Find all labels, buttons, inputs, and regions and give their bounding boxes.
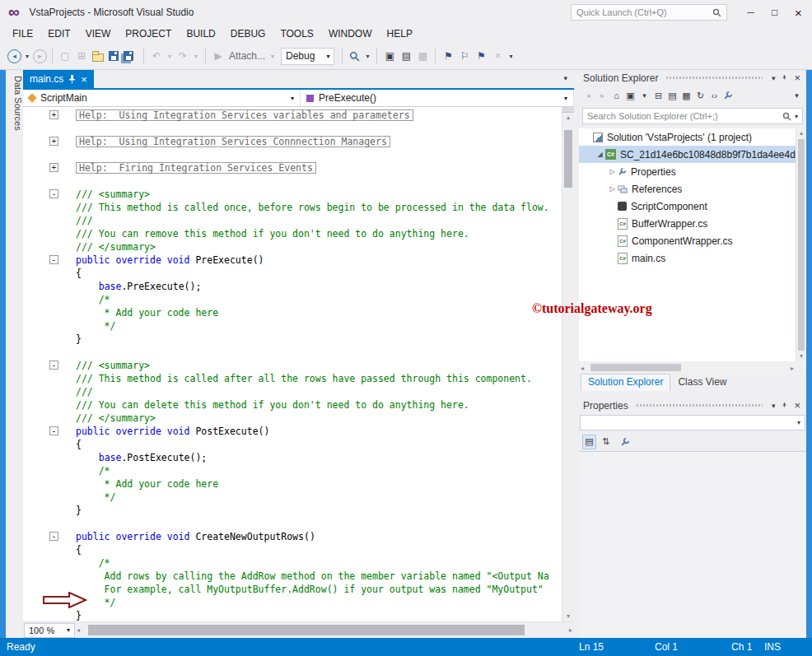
tree-horizontal-scrollbar[interactable]: ◂ ▸ bbox=[579, 361, 806, 374]
drag-grip[interactable] bbox=[665, 76, 762, 80]
chevron-collapsed-icon[interactable]: ▷ bbox=[607, 168, 618, 175]
vertical-scroll-thumb[interactable] bbox=[564, 130, 572, 188]
scroll-down-icon[interactable]: ▾ bbox=[796, 351, 806, 361]
tab-class-view[interactable]: Class View bbox=[671, 375, 733, 391]
find-chevron-icon[interactable]: ▾ bbox=[364, 48, 371, 64]
navigate-history-chevron-icon[interactable]: ▾ bbox=[24, 48, 30, 64]
clear-bookmarks-icon[interactable]: × bbox=[491, 48, 504, 64]
menu-tools[interactable]: TOOLS bbox=[273, 25, 320, 43]
attach-button[interactable]: Attach... bbox=[229, 50, 265, 62]
float-window-icon[interactable]: ▦ bbox=[416, 48, 429, 64]
search-options-chevron-icon[interactable]: ▾ bbox=[795, 113, 798, 120]
navigate-forward-button[interactable]: ▸ bbox=[33, 49, 47, 63]
menu-project[interactable]: PROJECT bbox=[118, 25, 179, 43]
toolbar-overflow-chevron-icon[interactable]: ▾ bbox=[507, 48, 514, 64]
collapse-region-icon[interactable]: - bbox=[49, 255, 58, 264]
close-button[interactable]: × bbox=[786, 2, 810, 22]
add-item-icon[interactable]: ⊞ bbox=[75, 48, 88, 64]
toggle-bookmark-icon[interactable]: ⚑ bbox=[441, 48, 455, 64]
se-views-chevron-icon[interactable]: ▾ bbox=[637, 88, 651, 103]
previous-bookmark-icon[interactable]: ⚐ bbox=[458, 48, 471, 64]
scroll-left-icon[interactable]: ◂ bbox=[581, 364, 584, 374]
tree-scroll-thumb[interactable] bbox=[798, 139, 805, 351]
menu-help[interactable]: HELP bbox=[380, 25, 420, 43]
type-dropdown[interactable]: ScriptMain ▾ bbox=[23, 90, 301, 106]
tab-main-cs[interactable]: main.cs × bbox=[23, 70, 94, 88]
properties-object-selector[interactable]: ▾ bbox=[580, 415, 805, 430]
scroll-up-icon[interactable]: ▴ bbox=[562, 113, 574, 123]
new-window-icon[interactable]: ▣ bbox=[383, 48, 396, 64]
collapse-region-icon[interactable]: - bbox=[49, 426, 58, 435]
collapse-region-icon[interactable]: - bbox=[49, 532, 58, 541]
properties-header[interactable]: Properties ▾ × bbox=[579, 398, 806, 413]
window-position-chevron-icon[interactable]: ▾ bbox=[770, 402, 777, 410]
menu-build[interactable]: BUILD bbox=[179, 25, 222, 43]
undo-icon[interactable]: ↶ bbox=[150, 48, 163, 64]
pin-icon[interactable] bbox=[68, 75, 76, 84]
se-forward-icon[interactable]: ▸ bbox=[595, 88, 609, 103]
minimize-button[interactable]: ─ bbox=[739, 2, 763, 22]
tree-item-main-cs[interactable]: C#main.cs bbox=[579, 249, 806, 267]
redo-chevron-icon[interactable]: ▾ bbox=[193, 48, 199, 64]
tree-item-references[interactable]: ▷References bbox=[579, 180, 806, 198]
tree-item-scriptcomponent[interactable]: ScriptComponent bbox=[579, 198, 806, 215]
se-refresh-icon[interactable]: ↻ bbox=[693, 88, 707, 103]
zoom-selector[interactable]: 100 % ▾ bbox=[24, 623, 75, 638]
menu-debug[interactable]: DEBUG bbox=[223, 25, 273, 43]
quick-launch-input[interactable]: Quick Launch (Ctrl+Q) bbox=[571, 4, 727, 21]
tool-tab-data-sources[interactable]: Data Sources bbox=[6, 72, 23, 155]
splitter-grip[interactable] bbox=[562, 107, 574, 113]
scroll-right-icon[interactable]: ▸ bbox=[791, 364, 794, 374]
se-show-all-files-icon[interactable]: ▦ bbox=[679, 88, 693, 103]
tree-item-componentwrapper-cs[interactable]: C#ComponentWrapper.cs bbox=[579, 232, 806, 249]
debug-configuration-selector[interactable]: Debug ▾ bbox=[281, 48, 334, 65]
tree-hscroll-thumb[interactable] bbox=[590, 364, 681, 371]
tree-item-properties[interactable]: ▷Properties bbox=[579, 163, 806, 180]
chevron-collapsed-icon[interactable]: ▷ bbox=[607, 185, 618, 193]
scroll-right-icon[interactable]: ▸ bbox=[569, 626, 572, 635]
editor-vertical-scrollbar[interactable]: ▴ ▾ bbox=[562, 107, 574, 621]
close-panel-icon[interactable]: × bbox=[792, 72, 802, 84]
navigate-back-button[interactable]: ◂ bbox=[7, 49, 21, 63]
member-dropdown[interactable]: PreExecute() ▾ bbox=[301, 90, 574, 106]
pin-icon[interactable] bbox=[781, 401, 788, 410]
editor-horizontal-scrollbar[interactable]: ◂ ▸ bbox=[75, 622, 574, 638]
pin-icon[interactable] bbox=[781, 73, 788, 82]
horizontal-scroll-thumb[interactable] bbox=[88, 625, 525, 635]
close-panel-icon[interactable]: × bbox=[792, 399, 802, 412]
collapse-region-icon[interactable]: - bbox=[49, 189, 58, 198]
redo-icon[interactable]: ↷ bbox=[176, 48, 189, 64]
menu-file[interactable]: FILE bbox=[5, 25, 40, 43]
expand-region-icon[interactable]: + bbox=[49, 110, 58, 119]
se-back-icon[interactable]: ◂ bbox=[581, 88, 595, 103]
attach-chevron-icon[interactable]: ▾ bbox=[269, 48, 276, 64]
se-home-icon[interactable]: ⌂ bbox=[609, 88, 623, 103]
props-wrench-icon[interactable] bbox=[620, 437, 630, 447]
se-properties-page-icon[interactable]: ▤ bbox=[665, 88, 679, 103]
se-switch-views-icon[interactable]: ▣ bbox=[623, 88, 637, 103]
se-view-code-icon[interactable]: ‹› bbox=[707, 88, 721, 103]
split-window-icon[interactable]: ▤ bbox=[399, 48, 413, 64]
se-collapse-all-icon[interactable]: ⊟ bbox=[651, 88, 665, 103]
scroll-down-icon[interactable]: ▾ bbox=[562, 612, 574, 621]
tree-item-solution-vstaprojects-1-project-[interactable]: Solution 'VstaProjects' (1 project) bbox=[579, 128, 806, 146]
se-wrench-icon[interactable] bbox=[723, 91, 733, 100]
tree-vertical-scrollbar[interactable]: ▴ ▾ bbox=[796, 128, 806, 361]
drag-grip[interactable] bbox=[636, 403, 763, 407]
chevron-expanded-icon[interactable]: ◢ bbox=[595, 151, 605, 158]
new-file-icon[interactable]: ▢ bbox=[58, 48, 72, 64]
props-categorized-icon[interactable]: ▤ bbox=[582, 435, 596, 449]
props-alphabetical-icon[interactable]: ⇅ bbox=[599, 435, 613, 449]
menu-view[interactable]: VIEW bbox=[78, 25, 119, 43]
solution-explorer-search-input[interactable]: Search Solution Explorer (Ctrl+;) ▾ bbox=[582, 108, 803, 124]
tab-solution-explorer[interactable]: Solution Explorer bbox=[581, 374, 670, 391]
undo-chevron-icon[interactable]: ▾ bbox=[166, 48, 173, 64]
scroll-left-icon[interactable]: ◂ bbox=[77, 626, 80, 635]
tree-item-sc-21d14e6bc10848d8b9f7b1da4ee4d3[interactable]: ◢C#SC_21d14e6bc10848d8b9f7b1da4ee4d3 bbox=[579, 146, 806, 163]
expand-region-icon[interactable]: + bbox=[49, 163, 58, 172]
se-overflow-chevron-icon[interactable]: ▾ bbox=[790, 88, 804, 103]
next-bookmark-icon[interactable]: ⚑ bbox=[474, 48, 488, 64]
window-position-chevron-icon[interactable]: ▾ bbox=[770, 74, 777, 82]
close-tab-icon[interactable]: × bbox=[81, 73, 87, 86]
collapse-region-icon[interactable]: - bbox=[49, 361, 58, 370]
